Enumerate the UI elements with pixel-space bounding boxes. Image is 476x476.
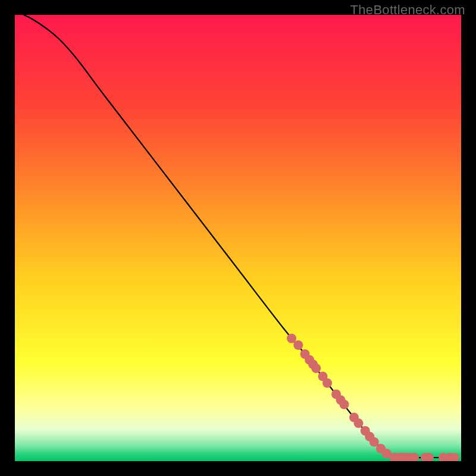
data-dot	[322, 378, 332, 388]
watermark-text: TheBottleneck.com	[350, 2, 465, 18]
data-dot	[340, 400, 349, 409]
plot-area	[15, 15, 461, 461]
chart-frame: TheBottleneck.com	[0, 0, 476, 476]
data-dot	[354, 418, 364, 428]
gradient-background	[15, 15, 461, 461]
data-dot	[311, 364, 321, 373]
data-dot	[293, 340, 303, 350]
chart-svg	[15, 15, 461, 461]
